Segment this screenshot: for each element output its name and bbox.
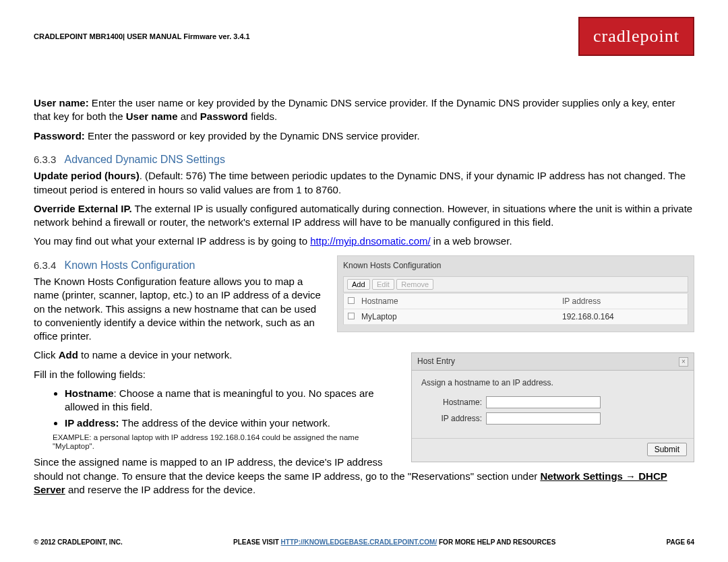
hostname-input[interactable] [486, 396, 601, 408]
cell-ip: 192.168.0.164 [562, 311, 684, 322]
form-row-hostname: Hostname: [421, 396, 684, 408]
header-label: CRADLEPOINT MBR1400| USER MANUAL Firmwar… [34, 32, 250, 40]
submit-button[interactable]: Submit [647, 443, 687, 456]
footer-page: PAGE 64 [666, 538, 694, 546]
dialog-title: Host Entry [417, 356, 455, 367]
edit-button[interactable]: Edit [372, 279, 394, 290]
ip-input[interactable] [486, 412, 601, 425]
paragraph-find-ip: You may find out what your external IP a… [34, 235, 694, 248]
remove-button[interactable]: Remove [396, 279, 433, 290]
section-title: Known Hosts Configuration [65, 259, 195, 271]
section-number: 6.3.4 [34, 259, 56, 271]
page-header: CRADLEPOINT MBR1400| USER MANUAL Firmwar… [34, 17, 694, 56]
dialog-titlebar: Host Entry × [412, 353, 694, 370]
page-footer: © 2012 CRADLEPOINT, INC. PLEASE VISIT HT… [34, 538, 694, 546]
table-header: Hostname IP address [343, 294, 688, 309]
footer-help: PLEASE VISIT HTTP://KNOWLEDGEBASE.CRADLE… [233, 538, 555, 546]
footer-copyright: © 2012 CRADLEPOINT, INC. [34, 538, 123, 546]
host-entry-dialog: Host Entry × Assign a hostname to an IP … [411, 352, 694, 462]
paragraph-override-ip: Override External IP. The external IP is… [34, 202, 694, 230]
link-dnsomatic[interactable]: http://myip.dnsomatic.com/ [310, 235, 430, 247]
logo: cradlepoint [578, 17, 694, 56]
close-icon[interactable]: × [679, 357, 688, 367]
footer-kb-link[interactable]: HTTP://KNOWLEDGEBASE.CRADLEPOINT.COM/ [281, 538, 437, 546]
dialog-description: Assign a hostname to an IP address. [421, 377, 684, 388]
label-username: User name: [34, 97, 89, 108]
add-button[interactable]: Add [347, 279, 370, 290]
panel-toolbar: Add Edit Remove [343, 276, 688, 292]
section-633-heading: 6.3.3 Advanced Dynamic DNS Settings [34, 152, 694, 167]
row-checkbox[interactable] [348, 313, 355, 319]
known-hosts-panel: Known Hosts Configuration Add Edit Remov… [337, 255, 694, 333]
panel-title: Known Hosts Configuration [343, 260, 688, 271]
label-password: Password: [34, 130, 85, 142]
label-ip: IP address: [421, 413, 482, 424]
section-title: Advanced Dynamic DNS Settings [65, 154, 225, 165]
paragraph-password: Password: Enter the password or key prov… [34, 129, 694, 143]
cell-hostname: MyLaptop [361, 311, 562, 322]
form-row-ip: IP address: [421, 412, 684, 425]
paragraph-update-period: Update period (hours). (Default: 576) Th… [34, 169, 694, 197]
paragraph-username: User name: Enter the user name or key pr… [34, 96, 694, 124]
section-number: 6.3.3 [34, 154, 56, 165]
document-body: User name: Enter the user name or key pr… [34, 96, 694, 502]
table-row[interactable]: MyLaptop 192.168.0.164 [343, 309, 688, 325]
column-ip: IP address [562, 296, 684, 307]
column-hostname: Hostname [361, 296, 562, 307]
label-hostname: Hostname: [421, 397, 482, 408]
checkbox-all[interactable] [348, 297, 355, 304]
